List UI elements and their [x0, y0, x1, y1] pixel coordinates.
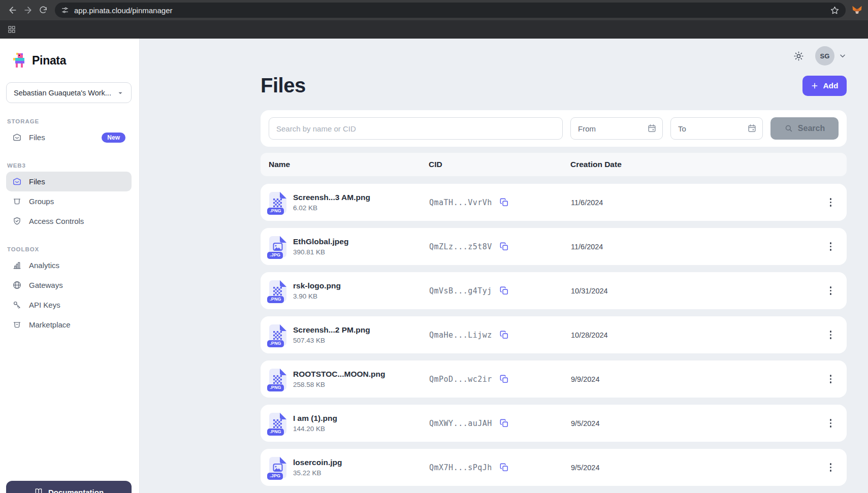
file-type-icon: .PNG — [269, 413, 286, 434]
account-row: SG — [261, 46, 847, 66]
metamask-extension-icon[interactable] — [851, 4, 863, 16]
row-menu-button[interactable] — [827, 460, 835, 475]
file-name: Screensh...2 PM.png — [293, 325, 370, 335]
user-avatar[interactable]: SG — [815, 46, 834, 65]
date-to-field — [670, 117, 763, 140]
row-menu-button[interactable] — [827, 283, 835, 298]
file-type-icon: .PNG — [269, 192, 286, 213]
file-name-lines: Screensh...3 AM.png 6.02 KB — [293, 193, 370, 212]
copy-icon — [499, 242, 509, 251]
copy-cid-button[interactable] — [498, 285, 510, 297]
file-cid: QmZLz...z5t8V — [429, 242, 492, 251]
file-cid-cell: QmaHe...Lijwz — [429, 329, 564, 341]
copy-cid-button[interactable] — [498, 329, 510, 341]
copy-cid-button[interactable] — [498, 373, 510, 385]
row-menu-button[interactable] — [827, 195, 835, 210]
forward-arrow-icon — [23, 5, 33, 15]
file-name-cell: .PNG Screensh...3 AM.png 6.02 KB — [269, 192, 429, 213]
sidebar-item-web3-files[interactable]: Files — [6, 172, 132, 191]
bookmarks-bar — [0, 20, 868, 39]
file-rows: .PNG Screensh...3 AM.png 6.02 KB QmaTH..… — [261, 184, 847, 486]
date-to-input[interactable] — [670, 117, 763, 140]
sidebar-item-marketplace[interactable]: Marketplace — [6, 315, 132, 335]
copy-cid-button[interactable] — [498, 196, 510, 208]
file-name: rsk-logo.png — [293, 281, 341, 290]
sidebar-item-label: Groups — [29, 197, 125, 206]
sidebar-item-storage-files[interactable]: Files New — [6, 127, 132, 147]
file-ext-badge: .PNG — [267, 429, 284, 436]
file-name-cell: .PNG Screensh...2 PM.png 507.43 KB — [269, 324, 429, 346]
table-row[interactable]: .PNG I am (1).png 144.20 KB QmXWY...auJA… — [261, 405, 847, 442]
sidebar-item-label: Marketplace — [29, 320, 125, 329]
plus-icon — [811, 82, 819, 90]
section-label-storage: STORAGE — [7, 118, 132, 124]
copy-icon — [499, 330, 509, 340]
file-name-lines: rsk-logo.png 3.90 KB — [293, 281, 341, 300]
documentation-button[interactable]: Documentation — [6, 481, 132, 493]
row-menu-button[interactable] — [827, 372, 835, 386]
table-row[interactable]: .PNG ROOTSTOC...MOON.png 258.58 KB QmPoD… — [261, 360, 847, 398]
date-from-input[interactable] — [570, 117, 663, 140]
sidebar-item-gateways[interactable]: Gateways — [6, 275, 132, 295]
globe-icon — [12, 280, 22, 290]
copy-icon — [499, 418, 509, 428]
sidebar-item-label: API Keys — [29, 301, 125, 309]
main-area: SG Files Add — [140, 39, 868, 493]
file-type-icon: .JPG — [269, 236, 286, 257]
search-button[interactable]: Search — [770, 117, 839, 140]
sidebar-item-access-controls[interactable]: Access Controls — [6, 211, 132, 231]
groups-icon — [12, 196, 22, 206]
row-menu-button[interactable] — [827, 327, 835, 342]
file-size: 258.58 KB — [293, 381, 385, 388]
search-input[interactable] — [269, 117, 563, 140]
table-row[interactable]: .JPG EthGlobal.jpeg 390.81 KB QmZLz...z5… — [261, 228, 847, 265]
table-row[interactable]: .PNG rsk-logo.png 3.90 KB QmVsB...g4Tyj … — [261, 272, 847, 309]
chevron-down-icon — [117, 89, 124, 96]
chevron-down-icon — [839, 52, 847, 60]
sidebar-item-api-keys[interactable]: API Keys — [6, 295, 132, 315]
table-row[interactable]: .PNG Screensh...3 AM.png 6.02 KB QmaTH..… — [261, 184, 847, 221]
bookmark-star-icon[interactable] — [830, 6, 840, 15]
workspace-selector[interactable]: Sebastian Guaqueta's Work... — [6, 82, 132, 103]
file-cid-cell: QmXWY...auJAH — [429, 417, 564, 429]
sidebar-item-analytics[interactable]: Analytics — [6, 255, 132, 275]
file-type-icon: .PNG — [269, 324, 286, 346]
back-button[interactable] — [5, 3, 20, 18]
file-ext-badge: .JPG — [267, 252, 283, 259]
sidebar: Pinata Sebastian Guaqueta's Work... STOR… — [0, 39, 140, 493]
copy-icon — [499, 198, 509, 207]
file-name-lines: I am (1).png 144.20 KB — [293, 414, 337, 433]
url-text: app.pinata.cloud/pinmanager — [74, 6, 172, 15]
theme-toggle-button[interactable] — [790, 47, 807, 64]
url-bar[interactable]: app.pinata.cloud/pinmanager — [55, 3, 846, 18]
sidebar-item-groups[interactable]: Groups — [6, 191, 132, 211]
sidebar-item-label: Files — [29, 133, 94, 142]
table-row[interactable]: .PNG Screensh...2 PM.png 507.43 KB QmaHe… — [261, 316, 847, 353]
account-menu-button[interactable] — [839, 52, 847, 60]
table-row[interactable]: .JPG losercoin.jpg 35.22 KB QmX7H...sPqJ… — [261, 449, 847, 486]
add-button[interactable]: Add — [802, 76, 847, 96]
key-icon — [12, 300, 22, 310]
copy-icon — [499, 374, 509, 384]
reload-icon — [39, 6, 48, 15]
file-name-cell: .PNG ROOTSTOC...MOON.png 258.58 KB — [269, 369, 429, 390]
file-cid: QmPoD...wc2ir — [429, 375, 492, 384]
row-menu-button[interactable] — [827, 416, 835, 431]
table-header: Name CID Creation Date — [261, 153, 847, 176]
apps-grid-button[interactable] — [5, 23, 18, 36]
file-cid-cell: QmaTH...VvrVh — [429, 196, 564, 208]
file-name: Screensh...3 AM.png — [293, 193, 370, 202]
file-size: 6.02 KB — [293, 204, 370, 212]
pinata-logo[interactable]: Pinata — [6, 53, 132, 69]
file-type-icon: .JPG — [269, 457, 286, 478]
copy-icon — [499, 463, 509, 472]
copy-cid-button[interactable] — [498, 417, 510, 429]
row-menu-button[interactable] — [827, 239, 835, 254]
sun-icon — [793, 51, 804, 61]
copy-cid-button[interactable] — [498, 462, 510, 473]
brand-name: Pinata — [32, 54, 66, 68]
files-icon — [12, 133, 22, 142]
copy-cid-button[interactable] — [498, 241, 510, 252]
reload-button[interactable] — [36, 3, 51, 18]
forward-button[interactable] — [20, 3, 36, 18]
